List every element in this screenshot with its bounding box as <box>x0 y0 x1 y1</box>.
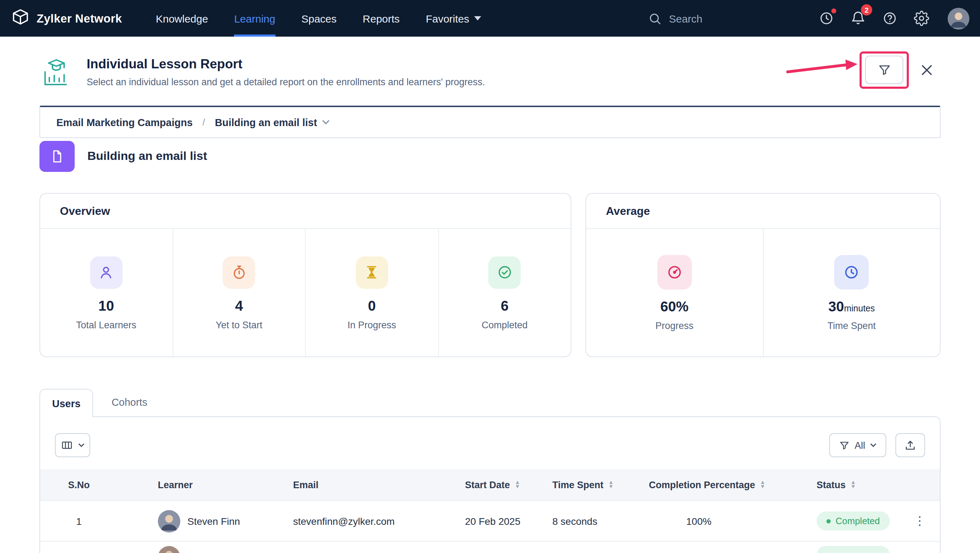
chevron-down-icon <box>870 443 877 447</box>
close-icon[interactable] <box>916 60 936 79</box>
search-placeholder: Search <box>669 12 702 24</box>
nav-item-favorites[interactable]: Favorites <box>426 0 481 37</box>
learner-name: Steven Finn <box>188 515 240 527</box>
col-header-sno: S.No <box>40 479 118 490</box>
cell-start-date <box>456 542 547 546</box>
user-icon <box>90 256 123 288</box>
table-filter-button[interactable]: All <box>829 433 886 457</box>
export-icon <box>904 439 916 451</box>
recent-activity-icon <box>819 11 834 26</box>
stat-cards-row: Overview 10 Total Learners <box>40 193 940 357</box>
table-toolbar: All <box>40 417 940 457</box>
breadcrumb-lesson-label: Building an email list <box>215 117 317 128</box>
cell-start-date: 20 Feb 2025 <box>456 515 547 527</box>
settings-button[interactable] <box>912 9 931 27</box>
brand-name: Zylker Network <box>37 12 122 25</box>
table-row[interactable]: 1 Steven Finn stevenfinn@zylker.com 20 F… <box>40 500 940 541</box>
status-dot <box>826 519 830 523</box>
top-nav: Zylker Network Knowledge Learning Spaces… <box>0 0 980 37</box>
page-title: Individual Lesson Report <box>87 56 485 72</box>
stat-label: Time Spent <box>827 321 876 331</box>
export-button[interactable] <box>896 433 925 457</box>
chevron-down-icon <box>322 120 330 125</box>
sort-icon[interactable]: ▲▼ <box>851 480 856 489</box>
col-header-learner: Learner <box>118 479 273 490</box>
table-card: All S.No Learner Email Start Date <box>40 416 940 553</box>
stat-total-learners: 10 Total Learners <box>40 229 173 357</box>
recent-activity-button[interactable] <box>817 9 835 27</box>
brand-logo-icon <box>11 8 30 29</box>
primary-nav: Knowledge Learning Spaces Reports Favori… <box>156 0 481 37</box>
cell-learner <box>118 542 273 553</box>
sort-icon[interactable]: ▲▼ <box>515 480 520 489</box>
col-label: Status <box>816 479 846 490</box>
row-menu-button[interactable]: ⋮ <box>914 513 940 528</box>
cell-completion: 100% <box>643 515 815 527</box>
filter-funnel-icon <box>839 440 850 451</box>
search-box[interactable]: Search <box>649 12 702 25</box>
tab-cohorts[interactable]: Cohorts <box>93 388 166 416</box>
col-header-completion: Completion Percentage ▲▼ <box>643 479 815 490</box>
cell-email <box>273 542 456 546</box>
overview-card: Overview 10 Total Learners <box>40 193 571 357</box>
breadcrumb-lesson-dropdown[interactable]: Building an email list <box>215 117 330 128</box>
stat-time-spent: 30minutes Time Spent <box>764 229 940 357</box>
check-circle-icon <box>488 256 521 288</box>
col-header-start-date: Start Date ▲▼ <box>456 479 547 490</box>
cell-time-spent: 8 seconds <box>547 515 643 527</box>
stat-label: Progress <box>655 321 693 331</box>
col-label: Time Spent <box>552 479 603 490</box>
average-stats: 60% Progress 30minutes Time Spent <box>586 229 940 357</box>
average-card-title: Average <box>586 194 940 229</box>
breadcrumb-course[interactable]: Email Marketing Campaigns <box>56 117 192 128</box>
stat-value: 10 <box>98 298 114 314</box>
stat-value: 60% <box>660 299 688 315</box>
time-spent-number: 30 <box>828 299 844 314</box>
table-row-partial[interactable] <box>40 541 940 553</box>
time-spent-unit: minutes <box>844 304 875 313</box>
stat-progress: 60% Progress <box>586 229 764 357</box>
nav-item-reports[interactable]: Reports <box>363 0 400 37</box>
hourglass-icon <box>356 256 388 288</box>
overview-stats: 10 Total Learners 4 Yet to Start <box>40 229 571 357</box>
sort-icon[interactable]: ▲▼ <box>760 480 765 489</box>
col-header-time-spent: Time Spent ▲▼ <box>547 479 643 490</box>
stopwatch-icon <box>223 256 255 288</box>
nav-item-spaces[interactable]: Spaces <box>301 0 336 37</box>
lesson-title: Building an email list <box>88 149 207 164</box>
gear-icon <box>914 11 929 26</box>
tab-users[interactable]: Users <box>40 389 93 417</box>
status-label: Completed <box>835 516 880 526</box>
help-button[interactable] <box>881 9 899 27</box>
cell-email: stevenfinn@zylker.com <box>273 515 456 527</box>
activity-alert-dot <box>831 8 836 13</box>
lesson-header: Building an email list <box>40 140 940 173</box>
stat-label: Yet to Start <box>216 319 262 330</box>
stat-value: 30minutes <box>828 299 875 315</box>
nav-item-knowledge[interactable]: Knowledge <box>156 0 208 37</box>
tabs: Users Cohorts <box>40 388 940 416</box>
column-settings-button[interactable] <box>55 433 90 457</box>
stat-completed: 6 Completed <box>439 229 571 357</box>
user-avatar[interactable] <box>948 7 969 29</box>
overview-card-title: Overview <box>40 194 571 229</box>
sort-icon[interactable]: ▲▼ <box>608 480 614 489</box>
breadcrumb-separator: / <box>202 117 205 127</box>
search-icon <box>649 12 662 25</box>
learner-avatar <box>158 510 180 532</box>
col-header-email: Email <box>273 479 456 490</box>
page-content: Individual Lesson Report Select an indiv… <box>0 37 980 553</box>
notification-count-badge: 2 <box>861 4 872 16</box>
cell-time-spent <box>547 542 643 546</box>
stat-yet-to-start: 4 Yet to Start <box>173 229 306 357</box>
filter-funnel-icon <box>878 63 891 76</box>
table-filter-value: All <box>854 440 865 451</box>
stat-label: Completed <box>482 319 528 330</box>
notifications-button[interactable]: 2 <box>849 9 867 27</box>
brand[interactable]: Zylker Network <box>11 8 122 29</box>
cell-actions <box>914 542 940 546</box>
nav-item-learning[interactable]: Learning <box>234 0 275 37</box>
app-root: Zylker Network Knowledge Learning Spaces… <box>0 0 980 553</box>
table-header-row: S.No Learner Email Start Date ▲▼ Time Sp… <box>40 469 940 500</box>
filter-button[interactable] <box>865 56 903 84</box>
